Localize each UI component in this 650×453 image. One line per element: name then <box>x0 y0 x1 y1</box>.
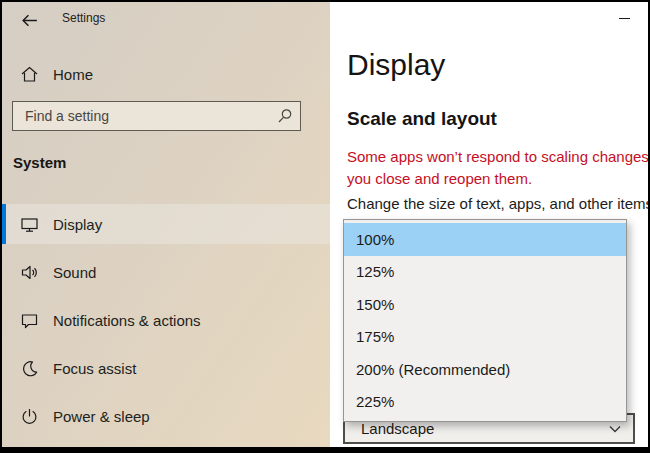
dropdown-option-175[interactable]: 175% <box>344 321 626 354</box>
dropdown-option-100[interactable]: 100% <box>344 223 626 256</box>
sound-icon <box>20 263 39 282</box>
titlebar: Settings <box>2 2 330 38</box>
scaling-warning-line2: you close and reopen them. <box>347 168 648 190</box>
dropdown-option-200[interactable]: 200% (Recommended) <box>344 353 626 386</box>
notifications-icon <box>20 311 39 330</box>
power-icon <box>20 407 39 426</box>
search-input[interactable] <box>13 102 270 130</box>
chevron-down-icon <box>609 425 621 433</box>
search-box <box>12 101 301 131</box>
scale-dropdown-list: 100% 125% 150% 175% 200% (Recommended) 2… <box>343 219 627 422</box>
main-panel: Display Scale and layout Some apps won’t… <box>330 2 648 447</box>
section-heading: Scale and layout <box>347 108 497 130</box>
sidebar-item-label: Sound <box>53 264 96 281</box>
scale-setting-label: Change the size of text, apps, and other… <box>347 195 648 212</box>
sidebar-item-label: Display <box>53 216 102 233</box>
dropdown-option-150[interactable]: 150% <box>344 288 626 321</box>
sidebar-item-label: Notifications & actions <box>53 312 201 329</box>
scaling-warning-line1: Some apps won’t respond to scaling chang… <box>347 146 648 168</box>
sidebar-item-power-sleep[interactable]: Power & sleep <box>2 396 330 436</box>
home-icon <box>20 65 39 84</box>
sidebar: Settings Home System <box>2 2 330 447</box>
orientation-value: Landscape <box>361 420 609 437</box>
dropdown-option-225[interactable]: 225% <box>344 386 626 419</box>
sidebar-nav: Display Sound Notifica <box>2 204 330 444</box>
sidebar-item-display[interactable]: Display <box>2 204 330 244</box>
sidebar-item-sound[interactable]: Sound <box>2 252 330 292</box>
minimize-icon <box>619 18 630 19</box>
sidebar-item-label: Focus assist <box>53 360 136 377</box>
sidebar-item-focus-assist[interactable]: Focus assist <box>2 348 330 388</box>
sidebar-section-title: System <box>13 154 66 171</box>
display-icon <box>20 215 39 234</box>
sidebar-item-home[interactable]: Home <box>2 56 330 92</box>
window-title: Settings <box>62 11 105 25</box>
minimize-button[interactable] <box>608 6 640 30</box>
focus-assist-icon <box>20 359 39 378</box>
sidebar-item-notifications[interactable]: Notifications & actions <box>2 300 330 340</box>
sidebar-item-label: Power & sleep <box>53 408 150 425</box>
sidebar-item-label: Home <box>53 66 93 83</box>
dropdown-option-125[interactable]: 125% <box>344 256 626 289</box>
settings-window: Settings Home System <box>0 0 650 453</box>
back-button[interactable] <box>16 8 42 32</box>
page-title: Display <box>347 48 445 82</box>
search-icon[interactable] <box>270 102 300 130</box>
scaling-warning: Some apps won’t respond to scaling chang… <box>347 146 648 190</box>
back-arrow-icon <box>20 11 39 30</box>
